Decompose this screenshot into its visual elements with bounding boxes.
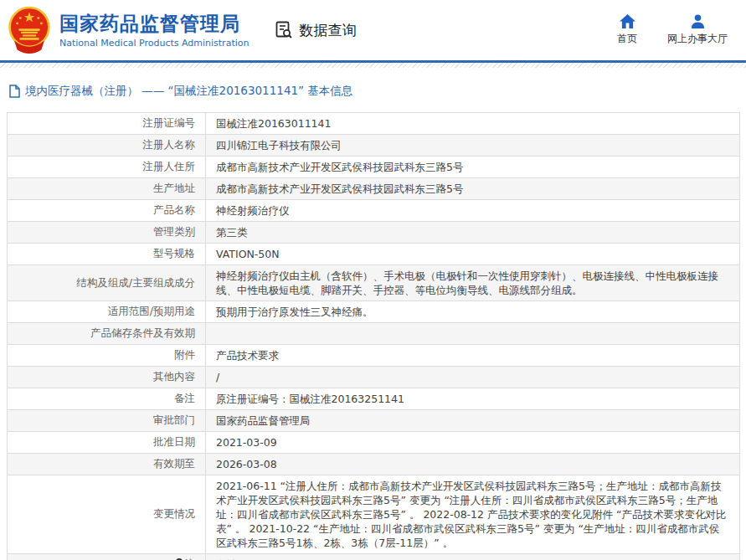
field-value: 2021-03-09 [206, 432, 740, 454]
field-value: 神经射频治疗仪 [206, 200, 740, 222]
field-label: 产品储存条件及有效期 [8, 323, 206, 345]
field-value: 国家药品监督管理局 [206, 410, 740, 432]
nav-item-home[interactable]: 首页 [617, 14, 637, 46]
field-value: 原注册证编号：国械注准20163251141 [206, 388, 740, 410]
field-label: 注册人住所 [8, 157, 206, 178]
field-label-text: 型号规格 [153, 247, 195, 259]
field-label-text: 备注 [174, 392, 195, 404]
field-label: 备注 [8, 388, 206, 410]
field-label-text: 结构及组成/主要组成成分 [76, 276, 195, 289]
field-label-text: 变更情况 [153, 507, 195, 520]
field-label: 结构及组成/主要组成成分 [8, 265, 206, 301]
agency-title-block: 国家药品监督管理局 National Medical Products Admi… [59, 12, 249, 49]
header-nav: 首页 网上办事大厅 [617, 14, 728, 46]
table-row: 变更情况2021-06-11 “注册人住所：成都市高新技术产业开发区武侯科技园武… [8, 475, 740, 554]
field-label: 产品名称 [8, 200, 206, 222]
field-value: 预期用于治疗原发性三叉神经痛。 [206, 301, 740, 323]
field-value: 详情 [206, 554, 740, 560]
field-value: 四川锦江电子科技有限公司 [206, 135, 740, 157]
field-label: 注 [8, 554, 206, 560]
field-label-text: 适用范围/预期用途 [108, 305, 195, 317]
agency-name-en: National Medical Products Administration [59, 38, 249, 49]
field-label-text: 生产地址 [153, 182, 195, 194]
document-icon [8, 85, 21, 98]
field-value: 第三类 [206, 222, 740, 244]
field-label: 注册人名称 [8, 135, 206, 157]
field-value: 2026-03-08 [206, 454, 740, 475]
field-value: 成都市高新技术产业开发区武侯科技园武科东三路5号 [206, 157, 740, 178]
field-label-text: 产品储存条件及有效期 [90, 326, 195, 339]
field-label: 生产地址 [8, 178, 206, 200]
agency-logo-group[interactable]: 国家药品监督管理局 National Medical Products Admi… [7, 6, 249, 54]
field-label-text: 注册证编号 [143, 116, 196, 129]
table-row: 注详情 [8, 554, 740, 560]
user-icon [691, 14, 705, 28]
field-value: 2021-06-11 “注册人住所：成都市高新技术产业开发区武侯科技园武科东三路… [206, 475, 740, 554]
table-row: 型号规格VATION-50N [8, 244, 740, 265]
data-query-tab[interactable]: 数据查询 [274, 20, 356, 40]
table-row: 产品储存条件及有效期 [8, 323, 740, 345]
table-row: 适用范围/预期用途预期用于治疗原发性三叉神经痛。 [8, 301, 740, 323]
field-label-text: 附件 [174, 348, 195, 361]
document-search-icon [274, 20, 294, 40]
field-label-text: 产品名称 [153, 203, 195, 216]
nav-item-label: 网上办事大厅 [667, 32, 728, 46]
table-row: 注册证编号国械注准20163011141 [8, 113, 740, 135]
table-row: 管理类别第三类 [8, 222, 740, 244]
home-icon [620, 14, 635, 28]
table-row: 产品名称神经射频治疗仪 [8, 200, 740, 222]
table-row: 有效期至2026-03-08 [8, 454, 740, 475]
field-label-text: 其他内容 [153, 370, 195, 383]
field-value: 国械注准20163011141 [206, 113, 740, 135]
table-row: 结构及组成/主要组成成分神经射频治疗仪由主机（含软件）、手术电极（电极针和一次性… [8, 265, 740, 301]
nav-item-label: 首页 [617, 32, 637, 46]
breadcrumb-text: 境内医疗器械（注册） —— “国械注准20163011141” 基本信息 [25, 84, 352, 99]
field-label-text: 有效期至 [153, 457, 195, 470]
field-label: 有效期至 [8, 454, 206, 475]
table-row: 附件产品技术要求 [8, 345, 740, 367]
registration-info-table: 注册证编号国械注准20163011141注册人名称四川锦江电子科技有限公司注册人… [7, 112, 740, 560]
field-label: 注册证编号 [8, 113, 206, 135]
breadcrumb: 境内医疗器械（注册） —— “国械注准20163011141” 基本信息 [0, 68, 746, 109]
table-row: 生产地址成都市高新技术产业开发区武侯科技园武科东三路5号 [8, 178, 740, 200]
table-row: 注册人名称四川锦江电子科技有限公司 [8, 135, 740, 157]
national-emblem-icon [7, 6, 52, 54]
field-label: 审批部门 [8, 410, 206, 432]
table-row: 审批部门国家药品监督管理局 [8, 410, 740, 432]
agency-name-zh: 国家药品监督管理局 [59, 12, 249, 35]
table-row: 注册人住所成都市高新技术产业开发区武侯科技园武科东三路5号 [8, 157, 740, 178]
field-value [206, 323, 740, 345]
field-label-text: 管理类别 [153, 225, 195, 238]
field-label: 其他内容 [8, 367, 206, 388]
field-value: / [206, 367, 740, 388]
site-header: 国家药品监督管理局 National Medical Products Admi… [0, 0, 746, 60]
data-query-label: 数据查询 [299, 21, 356, 40]
field-label-text: 审批部门 [153, 414, 195, 426]
table-row: 备注原注册证编号：国械注准20163251141 [8, 388, 740, 410]
table-row: 其他内容/ [8, 367, 740, 388]
field-value: 神经射频治疗仪由主机（含软件）、手术电极（电极针和一次性使用穿刺针）、电极连接线… [206, 265, 740, 301]
field-value: 成都市高新技术产业开发区武侯科技园武科东三路5号 [206, 178, 740, 200]
field-label-text: 注册人住所 [143, 160, 196, 172]
table-row: 批准日期2021-03-09 [8, 432, 740, 454]
field-value: VATION-50N [206, 244, 740, 265]
field-label: 附件 [8, 345, 206, 367]
field-label: 适用范围/预期用途 [8, 301, 206, 323]
field-value: 产品技术要求 [206, 345, 740, 367]
nav-item-service-hall[interactable]: 网上办事大厅 [667, 14, 728, 46]
field-label: 型号规格 [8, 244, 206, 265]
field-label-text: 批准日期 [153, 435, 195, 448]
info-table-body: 注册证编号国械注准20163011141注册人名称四川锦江电子科技有限公司注册人… [8, 113, 740, 560]
field-label: 批准日期 [8, 432, 206, 454]
field-label: 变更情况 [8, 475, 206, 554]
field-label-text: 注册人名称 [143, 138, 196, 151]
field-label: 管理类别 [8, 222, 206, 244]
